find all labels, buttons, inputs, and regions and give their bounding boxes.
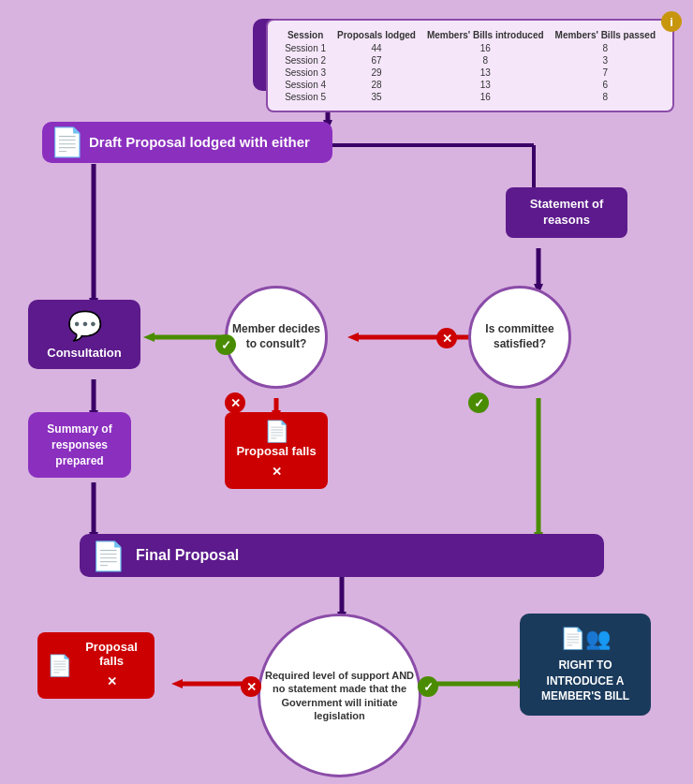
document-icon: 📄 [50,126,84,158]
circle-right-check-badge: ✓ [418,676,438,697]
doc-icon-final: 📄 [91,540,125,572]
member-decides-circle: Member decides to consult? ✕ [225,286,328,413]
col-bills-intro: Members' Bills introduced [421,28,550,42]
table-cell: Session 1 [279,42,332,54]
table-cell: 28 [332,79,421,91]
table-cell: 16 [421,42,550,54]
table-cell: Session 5 [279,91,332,103]
member-decides-label: Member decides to consult? [228,322,325,351]
table-cell: 67 [332,54,421,67]
proposal-falls-bottom-label: Proposal falls [78,640,145,668]
right-intro-box: 📄👥 RIGHT TO INTRODUCE A MEMBER'S BILL [520,614,651,716]
table-cell: 16 [421,91,550,103]
draft-proposal-text: Draft Proposal lodged with either [89,133,310,152]
summary-label: Summary of responses prepared [47,422,111,467]
proposal-falls-mid-box: 📄 Proposal falls ✕ [225,412,328,489]
stats-table: Session Proposals lodged Members' Bills … [279,28,661,103]
table-cell: 8 [550,42,661,54]
x-badge: ✕ [225,392,245,413]
member-decides-no-badge: ✕ [225,392,328,413]
consultation-box: 💬 Consultation [28,300,140,369]
committee-yes-badge: ✓ [468,392,571,413]
x-badge-falls-bottom: ✕ [101,671,122,691]
table-cell: 6 [550,79,661,91]
doc-icon-red-bottom: 📄 [47,654,72,678]
summary-box: Summary of responses prepared [28,412,131,478]
bottom-decision-circle: Required level of support AND no stateme… [258,614,421,777]
is-committee-label: Is committee satisfied? [471,322,568,351]
table-cell: 29 [332,67,421,79]
doc-icon-intro: 📄👥 [529,625,641,654]
table-cell: 35 [332,91,421,103]
table-cell: 7 [550,67,661,79]
table-cell: Session 4 [279,79,332,91]
is-committee-circle: Is committee satisfied? ✓ [468,286,571,413]
x-badge-falls-mid: ✕ [266,461,287,481]
table-cell: Session 2 [279,54,332,67]
info-icon[interactable]: i [661,11,682,32]
proposal-falls-mid-label: Proposal falls [234,444,318,458]
info-table-container: i Session Proposals lodged Members' Bill… [266,19,674,112]
col-proposals: Proposals lodged [332,28,421,42]
final-proposal-bar: 📄 Final Proposal [80,534,604,577]
doc-icon-red-mid: 📄 [234,420,318,444]
chat-icon: 💬 [37,309,131,342]
svg-marker-24 [171,679,183,688]
col-bills-passed: Members' Bills passed [550,28,661,42]
table-cell: 13 [421,67,550,79]
circle-bottom-label: Required level of support AND no stateme… [260,669,419,722]
statement-reasons-label: Statement of reasons [530,197,604,227]
member-decides-yes-badge: ✓ [215,334,236,355]
circle-left-x-badge: ✕ [241,676,261,697]
consultation-label: Consultation [37,346,131,360]
table-cell: Session 3 [279,67,332,79]
svg-marker-10 [347,333,359,342]
final-proposal-label: Final Proposal [136,547,239,564]
table-cell: 3 [550,54,661,67]
table-cell: 13 [421,79,550,91]
table-cell: 44 [332,42,421,54]
table-cell: 8 [421,54,550,67]
proposal-falls-bottom-box: 📄 Proposal falls ✕ [37,632,155,699]
svg-marker-14 [143,333,155,342]
col-session: Session [279,28,332,42]
table-cell: 8 [550,91,661,103]
draft-proposal-box: 📄 Draft Proposal lodged with either [23,122,332,163]
committee-no-badge: ✕ [436,328,457,348]
right-intro-label: RIGHT TO INTRODUCE A MEMBER'S BILL [529,658,641,704]
